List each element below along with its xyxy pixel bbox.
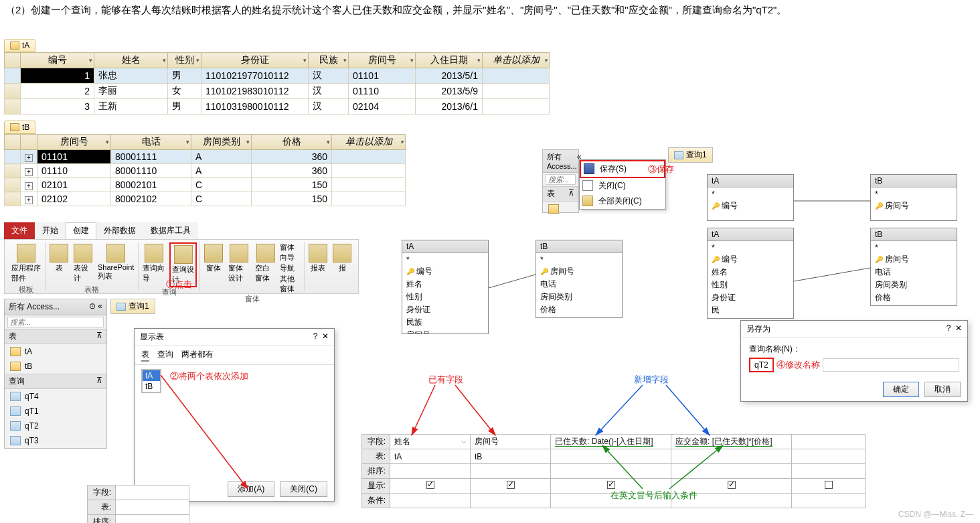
svg-line-2 xyxy=(455,385,495,435)
col-header[interactable]: 编号▾ xyxy=(21,53,94,68)
fieldlist-tA-top[interactable]: tA *🔑编号 xyxy=(707,174,794,221)
expand-icon[interactable]: + xyxy=(25,196,33,204)
folder-icon xyxy=(582,196,593,206)
show-checkbox[interactable] xyxy=(507,481,515,489)
annotation-save: ③保存 xyxy=(648,163,674,175)
nav-item-query[interactable]: qT4 xyxy=(5,389,106,404)
nav-item-query[interactable]: qT2 xyxy=(5,419,106,433)
col-header[interactable]: 电话▾ xyxy=(111,135,191,150)
svg-line-3 xyxy=(596,385,643,435)
btn-table-design[interactable]: 表设计 xyxy=(72,242,94,285)
query1-tab-right[interactable]: 查询1 xyxy=(668,147,713,163)
question-text: （2）创建一个查询，能够在客人每次结账时根据客人的姓名提示统计这个客人已住天数和… xyxy=(0,0,980,19)
tab-both[interactable]: 两者都有 xyxy=(181,349,214,362)
close-button[interactable]: 关闭(C) xyxy=(280,481,327,497)
nav-header[interactable]: 所有 Access...⊙ « xyxy=(5,299,106,315)
query-icon xyxy=(116,303,126,311)
table-row[interactable]: +0210180002101C150 xyxy=(5,178,406,192)
show-checkbox[interactable] xyxy=(825,481,833,489)
key-icon: 🔑 xyxy=(406,268,414,275)
col-header[interactable]: 入住日期▾ xyxy=(416,53,483,68)
col-header[interactable]: 价格▾ xyxy=(252,135,332,150)
watermark: CSDN @—Miss. Z— xyxy=(898,510,973,519)
table-row[interactable]: 1张忠男1101021977010112汉011012013/5/1 xyxy=(5,68,550,84)
fieldlist-tB[interactable]: tB * 🔑房间号 电话 房间类别 价格 xyxy=(536,240,623,318)
help-icon[interactable]: ? xyxy=(947,323,951,333)
close-icon[interactable]: ✕ xyxy=(955,323,962,333)
col-header[interactable]: 房间号▾ xyxy=(37,135,111,150)
col-header[interactable]: 姓名▾ xyxy=(94,53,168,68)
nav-pane-right: 所有 Access...« 表⊼ xyxy=(542,149,579,213)
table-row[interactable]: 2李丽女1101021983010112汉011102013/5/9 xyxy=(5,84,550,99)
col-add[interactable]: 单击以添加▾ xyxy=(332,135,406,150)
col-header[interactable]: 身份证▾ xyxy=(201,53,309,68)
expand-icon[interactable]: + xyxy=(25,168,33,176)
btn-query-wizard[interactable]: 查询向导 xyxy=(141,242,166,285)
search-input[interactable] xyxy=(546,174,576,185)
show-checkbox[interactable] xyxy=(607,481,615,489)
annotation-click: ①点击 xyxy=(166,279,192,291)
table-tab-tA[interactable]: tA xyxy=(4,39,35,52)
table-icon xyxy=(10,42,19,50)
btn-app-parts[interactable]: 应用程序 部件 xyxy=(10,242,42,285)
table-row[interactable]: +0210280002102C150 xyxy=(5,192,406,206)
btn-report[interactable]: 报表 xyxy=(307,242,329,275)
fieldlist-tA[interactable]: tA * 🔑编号 姓名 性别 身份证 民族 房间号 xyxy=(402,240,489,334)
nav-cat-queries[interactable]: 查询⊼ xyxy=(5,374,106,389)
menu-closeall[interactable]: 全部关闭(C) xyxy=(580,194,665,209)
queryname-input[interactable]: qT2 xyxy=(749,358,774,372)
btn-nav[interactable]: 导航 xyxy=(280,263,301,273)
nav-item-query[interactable]: qT1 xyxy=(5,404,106,419)
btn-blank-form[interactable]: 空白窗体 xyxy=(254,242,278,285)
help-icon[interactable]: ? xyxy=(313,331,318,341)
tab-queries[interactable]: 查询 xyxy=(157,349,173,362)
nav-item-tA[interactable]: tA xyxy=(5,344,106,359)
nav-item-query[interactable]: qT3 xyxy=(5,433,106,448)
list-item[interactable]: tA xyxy=(143,370,160,381)
col-header[interactable]: 房间号▾ xyxy=(349,53,416,68)
btn-table[interactable]: 表 xyxy=(48,242,70,275)
ribbon-tab-create[interactable]: 创建 xyxy=(66,222,96,239)
col-add[interactable]: 单击以添加▾ xyxy=(483,53,550,68)
show-checkbox[interactable] xyxy=(728,481,736,489)
col-header[interactable]: 民族▾ xyxy=(309,53,349,68)
nav-item-tB[interactable]: tB xyxy=(5,359,106,374)
list-item[interactable]: tB xyxy=(143,381,160,392)
fieldlist-tB-top[interactable]: tB *🔑房间号 xyxy=(870,174,957,221)
table-tab-tB[interactable]: tB xyxy=(4,121,35,134)
btn-sharepoint[interactable]: SharePoint 列表 xyxy=(96,242,135,283)
table-row[interactable]: 3王新男1101031980010112汉021042013/6/1 xyxy=(5,99,550,115)
expand-icon[interactable]: + xyxy=(25,182,33,190)
btn-form-wizard[interactable]: 窗体向导 xyxy=(280,242,301,263)
svg-line-4 xyxy=(666,385,710,435)
expand-icon[interactable]: + xyxy=(25,154,33,162)
query-icon xyxy=(10,392,21,401)
ribbon-tab[interactable]: 外部数据 xyxy=(96,222,143,239)
fieldlist-tA-mid[interactable]: tA * 🔑编号 姓名 性别 身份证 民 xyxy=(707,228,794,319)
fieldlist-tB-mid[interactable]: tB * 🔑房间号 电话 房间类别 价格 xyxy=(870,228,957,306)
queryname-field-rest[interactable] xyxy=(823,358,959,372)
table-row[interactable]: +0110180001111A360 xyxy=(5,150,406,164)
btn-report2[interactable]: 报 xyxy=(331,242,353,275)
btn-form-design[interactable]: 窗体设计 xyxy=(227,242,251,285)
menu-close[interactable]: 关闭(C) xyxy=(580,178,665,194)
col-header[interactable]: 性别▾ xyxy=(168,53,201,68)
close-icon[interactable]: ✕ xyxy=(322,331,329,341)
col-header[interactable]: 房间类别▾ xyxy=(191,135,252,150)
ribbon-tab[interactable]: 开始 xyxy=(35,222,66,239)
query-icon xyxy=(10,436,21,445)
show-checkbox[interactable] xyxy=(426,481,434,489)
ribbon-tab[interactable]: 数据库工具 xyxy=(143,222,198,239)
btn-form[interactable]: 窗体 xyxy=(203,242,224,275)
table-row[interactable]: +0111080001110A360 xyxy=(5,164,406,178)
ribbon-tab-file[interactable]: 文件 xyxy=(4,222,35,239)
btn-other-forms[interactable]: 其他窗体 xyxy=(280,274,301,294)
cancel-button[interactable]: 取消 xyxy=(924,382,961,397)
search-input[interactable] xyxy=(7,317,104,327)
ok-button[interactable]: 确定 xyxy=(883,382,919,397)
query1-tab[interactable]: 查询1 xyxy=(110,299,155,314)
tab-tables[interactable]: 表 xyxy=(141,349,149,362)
add-button[interactable]: 添加(A) xyxy=(228,481,274,497)
table-icon xyxy=(10,123,19,131)
nav-cat-tables[interactable]: 表⊼ xyxy=(5,329,106,344)
